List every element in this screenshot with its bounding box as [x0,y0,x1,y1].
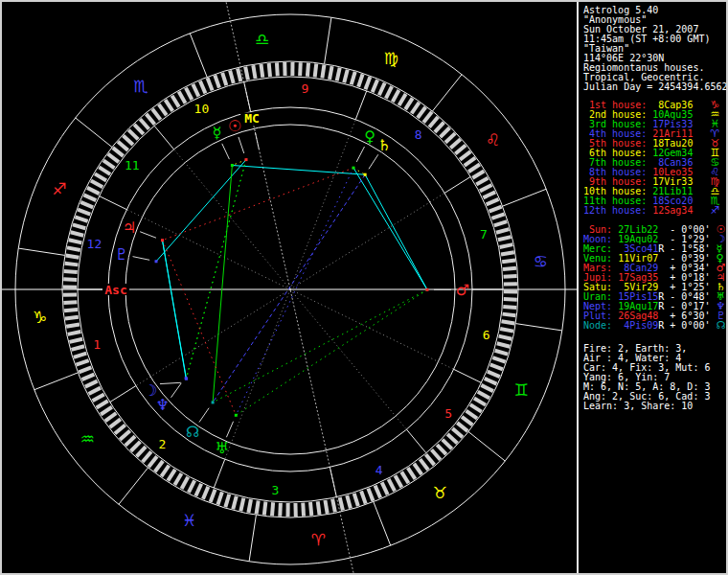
planet-glyph-node: ☊ [186,423,199,441]
header-line-8: Julian Day = 2454394.6562 [583,82,728,92]
house-number-5: 5 [444,406,452,421]
asc-label: Asc [104,283,126,297]
house-number-4: 4 [375,463,383,477]
info-panel: Astrolog 5.40"Anonymous"Sun October 21, … [580,2,726,573]
sign-glyph-aquarius: ♒ [80,429,95,448]
planet-dot-pluto [155,260,158,263]
planet-glyph-jupiter: ♃ [123,218,136,237]
sign-glyph-leo: ♌ [486,130,500,150]
planet-markers: ☉☽☿♀♂♃♄♅♆♇☊ [115,117,470,457]
sign-glyph-scorpio: ♏ [133,77,148,96]
house-number-10: 10 [194,102,210,116]
sign-glyph-sagittarius: ♐ [52,179,66,198]
astrolog-window: ♈♉♊♋♌♍♎♏♐♑♒♓123456789101112☉☽☿♀♂♃♄♅♆♇☊MC… [0,0,728,575]
sign-icon: ♐ [710,204,719,217]
sign-glyph-aries: ♈ [311,530,326,549]
sign-glyph-gemini: ♊ [513,380,528,400]
sign-glyph-capricorn: ♑ [33,308,47,327]
chart-wheel: ♈♉♊♋♌♍♎♏♐♑♒♓123456789101112☉☽☿♀♂♃♄♅♆♇☊MC… [2,2,577,573]
planet-glyph-neptune: ♆ [155,396,169,414]
planet-glyph-saturn: ♄ [377,136,391,154]
planet-dot-sun [244,158,247,161]
sign-glyph-taurus: ♉ [432,483,446,502]
planet-glyph-venus: ♀ [364,127,375,146]
planet-icon: ☊ [717,319,726,332]
planet-glyph-sun: ☉ [228,117,241,135]
house-number-6: 6 [483,328,490,342]
house-number-7: 7 [480,227,488,242]
house-row-12: 12th house: 12Sag34 ♐ [583,206,719,216]
planet-dot-venus [352,167,354,170]
planet-glyph-uranus: ♅ [215,439,228,457]
panel-divider [577,2,579,573]
planet-dot-jupiter [161,239,164,242]
house-number-8: 8 [415,127,422,142]
house-number-11: 11 [125,158,140,172]
chart-wheel-area: ♈♉♊♋♌♍♎♏♐♑♒♓123456789101112☉☽☿♀♂♃♄♅♆♇☊MC… [2,2,577,573]
house-number-3: 3 [272,483,280,497]
house-number-1: 1 [93,337,101,352]
planet-dot-uranus [235,414,238,417]
sign-glyph-virgo: ♍ [384,49,398,68]
house-number-9: 9 [302,81,309,96]
house-number-2: 2 [158,437,166,451]
planet-row-node: Node: 4Pis09R + 0°00' ☊ [583,321,725,331]
sign-glyph-pisces: ♓ [182,511,196,530]
stat-line-6: Learn: 3, Share: 10 [583,402,693,411]
planet-glyph-mercury: ☿ [213,124,222,142]
aspect-lines [156,160,427,416]
house-number-12: 12 [87,237,102,251]
mc-label: MC [244,111,260,126]
sign-glyph-cancer: ♋ [534,252,548,271]
planet-dot-node [212,401,215,403]
planet-dot-saturn [364,173,367,176]
sign-glyph-libra: ♎ [255,30,269,49]
planet-glyph-pluto: ♇ [115,245,128,264]
planet-glyph-mars: ♂ [456,281,469,299]
planet-dot-mercury [231,164,234,167]
planet-dot-neptune [185,378,188,380]
planet-dot-mars [425,288,428,291]
